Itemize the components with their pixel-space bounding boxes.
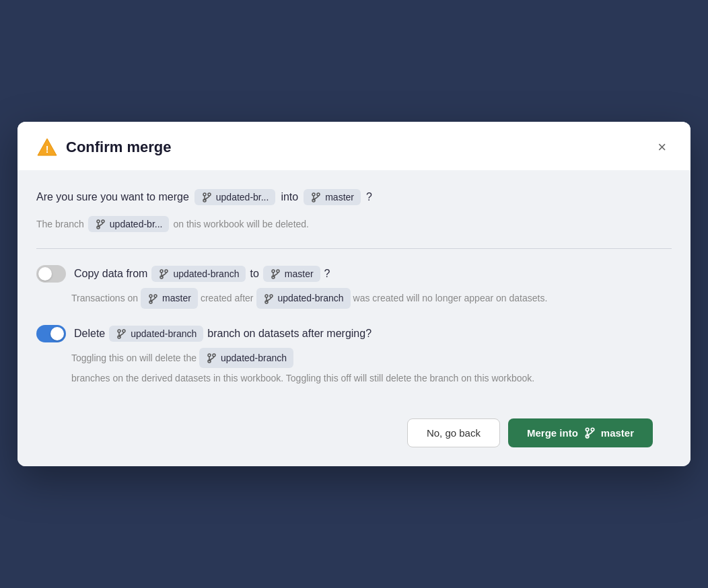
branch-icon-delete-desc	[206, 353, 217, 363]
svg-point-15	[277, 270, 279, 272]
svg-point-18	[154, 295, 157, 297]
branch-icon-target	[310, 192, 321, 203]
branch-icon-desc2	[263, 293, 274, 304]
target-branch-pill: master	[304, 189, 361, 205]
copy-label-to: to	[250, 268, 258, 280]
copy-desc-branch1-label: master	[162, 291, 191, 305]
copy-toggle-slider	[36, 265, 66, 283]
svg-point-25	[208, 354, 211, 357]
merge-button[interactable]: Merge into master	[508, 418, 653, 447]
svg-point-1	[203, 193, 206, 196]
svg-text:!: !	[46, 144, 49, 155]
merge-branch-label: master	[601, 427, 634, 439]
modal-body: Are you sure you want to merge updated-b…	[17, 170, 691, 466]
svg-point-3	[208, 193, 211, 196]
delete-desc-suffix: branches on the derived datasets in this…	[71, 371, 534, 385]
copy-option-desc: Transactions on master created after	[36, 288, 672, 308]
branch-icon-copy-to	[270, 268, 281, 279]
copy-desc-branch1-pill: master	[141, 288, 198, 308]
svg-point-6	[317, 193, 320, 196]
merge-label: Merge into	[527, 427, 578, 439]
branch-icon-merge-btn	[583, 427, 596, 439]
delete-option-header: Delete updated-branch branch on d	[36, 325, 672, 342]
copy-option-row: Copy data from updated-branch to	[36, 265, 672, 308]
copy-toggle[interactable]	[36, 265, 66, 283]
branch-icon-desc1	[147, 293, 158, 304]
warning-icon: !	[36, 137, 58, 158]
delete-note-prefix: The branch	[36, 219, 84, 229]
svg-point-28	[586, 428, 589, 431]
svg-point-10	[160, 270, 163, 272]
question-suffix: ?	[366, 191, 372, 203]
svg-point-16	[149, 295, 152, 297]
branch-icon-delete	[116, 328, 127, 339]
branch-icon-source	[201, 192, 212, 203]
svg-point-13	[272, 270, 275, 272]
confirm-section: Are you sure you want to merge updated-b…	[36, 189, 672, 248]
question-prefix: Are you sure you want to merge	[36, 191, 189, 203]
section-divider	[36, 248, 672, 249]
delete-note-suffix: on this workbook will be deleted.	[173, 219, 309, 229]
delete-branch-label: updated-branch	[131, 328, 197, 339]
copy-from-pill: updated-branch	[151, 266, 246, 282]
copy-label-prefix: Copy data from	[74, 268, 147, 280]
delete-toggle-slider	[36, 325, 66, 342]
svg-point-22	[118, 330, 120, 332]
modal-title: Confirm merge	[66, 139, 644, 156]
modal-header: ! Confirm merge ×	[17, 122, 691, 170]
source-branch-label: updated-br...	[216, 192, 269, 203]
copy-desc-branch2-pill: updated-branch	[256, 288, 351, 308]
modal-footer: No, go back Merge into master	[36, 408, 672, 466]
delete-option-text: Delete updated-branch branch on d	[74, 326, 371, 342]
delete-label-prefix: Delete	[74, 328, 105, 340]
svg-point-30	[591, 428, 594, 431]
merge-question: Are you sure you want to merge updated-b…	[36, 189, 672, 205]
copy-label-suffix: ?	[324, 268, 330, 280]
delete-option-row: Delete updated-branch branch on d	[36, 325, 672, 386]
svg-point-9	[102, 220, 104, 223]
branch-icon-delete-note	[95, 219, 106, 229]
copy-desc-prefix: Transactions on	[71, 291, 138, 305]
copy-desc-suffix: was created will no longer appear on dat…	[353, 291, 548, 305]
svg-point-12	[165, 270, 168, 272]
svg-point-24	[122, 330, 125, 332]
delete-desc-prefix: Toggling this on will delete the	[71, 351, 197, 365]
copy-to-pill: master	[263, 266, 320, 282]
cancel-button[interactable]: No, go back	[407, 418, 500, 447]
copy-from-label: updated-branch	[173, 268, 239, 279]
delete-option-desc: Toggling this on will delete the updated…	[36, 348, 672, 386]
svg-point-4	[312, 193, 315, 196]
delete-branch-pill: updated-branch	[109, 326, 203, 342]
delete-note-branch-pill: updated-br...	[88, 216, 170, 232]
delete-desc-branch-pill: updated-branch	[199, 348, 293, 368]
target-branch-label: master	[325, 192, 354, 203]
delete-desc-branch-label: updated-branch	[221, 351, 287, 365]
delete-toggle[interactable]	[36, 325, 66, 342]
copy-to-label: master	[285, 268, 314, 279]
branch-icon-copy-from	[158, 268, 169, 279]
delete-note-branch-label: updated-br...	[110, 219, 163, 229]
question-into: into	[281, 191, 298, 203]
close-button[interactable]: ×	[652, 137, 672, 157]
copy-option-text: Copy data from updated-branch to	[74, 266, 330, 282]
copy-desc-middle: created after	[201, 291, 254, 305]
options-section: Copy data from updated-branch to	[36, 265, 672, 407]
svg-point-21	[270, 295, 273, 297]
copy-desc-branch2-label: updated-branch	[278, 291, 344, 305]
svg-point-7	[97, 220, 100, 223]
source-branch-pill: updated-br...	[194, 189, 276, 205]
svg-point-27	[213, 354, 215, 357]
delete-label-suffix: branch on datasets after merging?	[207, 328, 371, 340]
copy-option-header: Copy data from updated-branch to	[36, 265, 672, 283]
confirm-merge-modal: ! Confirm merge × Are you sure you want …	[17, 122, 691, 466]
delete-note: The branch updated-br... on this workboo…	[36, 216, 672, 232]
svg-point-19	[265, 295, 268, 297]
